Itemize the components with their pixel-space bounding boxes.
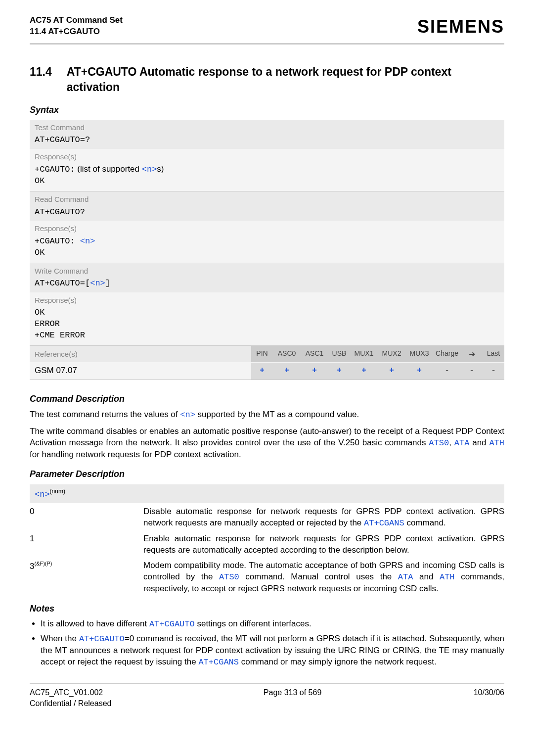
parameter-description-heading: Parameter Description: [30, 468, 504, 480]
reference-value-row: GSM 07.07 + + + + + + + - - -: [30, 362, 504, 380]
write-command-block: Write Command AT+CGAUTO=[<n>] Response(s…: [30, 263, 504, 346]
doc-subtitle: 11.4 AT+CGAUTO: [30, 26, 123, 38]
reference-columns: PIN ASC0 ASC1 USB MUX1 MUX2 MUX3 Charge …: [251, 346, 504, 363]
test-responses-label: Response(s): [30, 149, 504, 163]
footer-left2: Confidential / Released: [30, 698, 111, 709]
doc-title: AC75 AT Command Set: [30, 15, 123, 26]
footer-center: Page 313 of 569: [264, 687, 321, 709]
test-command-block: Test Command AT+CGAUTO=? Response(s) +CG…: [30, 120, 504, 191]
notes-list: It is allowed to have different AT+CGAUT…: [30, 618, 504, 668]
page-header: AC75 AT Command Set 11.4 AT+CGAUTO SIEME…: [30, 15, 504, 39]
read-response-text: +CGAUTO: <n> OK: [30, 235, 504, 263]
reference-name: GSM 07.07: [30, 362, 251, 379]
param-n-bar: <n>(num): [30, 484, 504, 504]
read-command-label: Read Command: [30, 191, 504, 205]
read-responses-label: Response(s): [30, 221, 504, 235]
arrow-icon: ➜: [461, 346, 483, 363]
param-desc-1: Enable automatic response for network re…: [143, 533, 504, 556]
references-label: Reference(s): [30, 346, 251, 362]
read-command-text: AT+CGAUTO?: [30, 206, 504, 221]
test-response-text: +CGAUTO: (list of supported <n>s) OK: [30, 163, 504, 191]
note-1: It is allowed to have different AT+CGAUT…: [41, 618, 504, 630]
write-command-text: AT+CGAUTO=[<n>]: [30, 277, 504, 292]
command-description-heading: Command Description: [30, 393, 504, 405]
read-command-block: Read Command AT+CGAUTO? Response(s) +CGA…: [30, 191, 504, 263]
footer-right: 10/30/06: [474, 687, 504, 709]
param-row-0: 0 Disable automatic response for network…: [30, 506, 504, 529]
param-row-1: 1 Enable automatic response for network …: [30, 533, 504, 556]
note-2: When the AT+CGAUTO=0 command is received…: [41, 633, 504, 668]
section-number: 11.4: [30, 64, 52, 80]
write-command-label: Write Command: [30, 263, 504, 277]
write-response-text: OK ERROR +CME ERROR: [30, 306, 504, 345]
test-command-text: AT+CGAUTO=?: [30, 134, 504, 149]
reference-values: + + + + + + + - - -: [251, 363, 504, 379]
cmd-desc-p1: The test command returns the values of <…: [30, 409, 504, 421]
write-responses-label: Response(s): [30, 292, 504, 306]
param-key-1: 1: [30, 533, 143, 545]
syntax-heading: Syntax: [30, 104, 504, 116]
param-key-0: 0: [30, 506, 143, 518]
param-desc-3: Modem compatibility mode. The automatic …: [143, 560, 504, 595]
section-title: AT+CGAUTO Automatic response to a networ…: [67, 64, 504, 95]
header-divider: [30, 43, 504, 45]
reference-header-row: Reference(s) PIN ASC0 ASC1 USB MUX1 MUX2…: [30, 346, 504, 363]
param-key-3: 3(&F)(P): [30, 560, 143, 572]
footer-left: AC75_ATC_V01.002: [30, 687, 111, 698]
page-footer: AC75_ATC_V01.002 Confidential / Released…: [30, 683, 504, 709]
siemens-logo: SIEMENS: [417, 15, 504, 39]
notes-heading: Notes: [30, 603, 504, 614]
param-desc-0: Disable automatic response for network r…: [143, 506, 504, 529]
test-command-label: Test Command: [30, 120, 504, 134]
param-row-3: 3(&F)(P) Modem compatibility mode. The a…: [30, 560, 504, 595]
cmd-desc-p2: The write command disables or enables an…: [30, 426, 504, 461]
